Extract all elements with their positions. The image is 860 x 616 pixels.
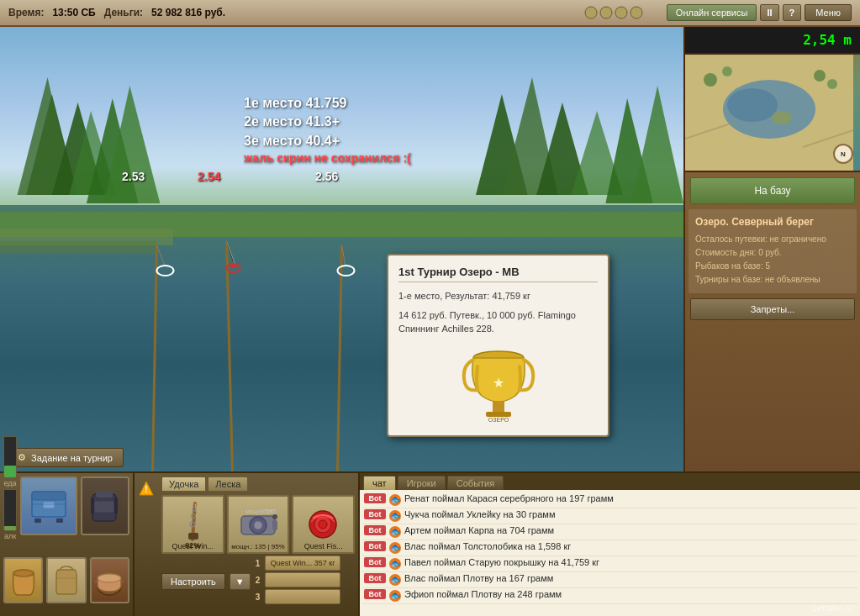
- online-services-button[interactable]: Онлайн сервисы: [667, 4, 757, 21]
- bottom-area: еда алк: [0, 471, 860, 616]
- svg-rect-51: [43, 502, 55, 508]
- slot-1-rod[interactable]: Quest Win... 357 кг: [265, 555, 340, 571]
- game-scene: 2.53 2.54 2.56 1е место 41.759 2е место …: [0, 27, 683, 471]
- bucket-item[interactable]: [3, 557, 43, 603]
- float-indicator-1: 2.53: [122, 170, 145, 183]
- reel-slot-icon: мощн.: 135 95%: [237, 503, 279, 545]
- fish-catch-icon: 🐟: [388, 573, 402, 587]
- float-value-2: 2.54: [198, 170, 220, 183]
- cooler-item[interactable]: [20, 476, 77, 535]
- svg-point-40: [704, 73, 717, 87]
- tackle-slot-line[interactable]: Quest Fis...: [292, 495, 355, 554]
- svg-text:★: ★: [493, 376, 504, 390]
- fish-catch-icon: 🐟: [388, 509, 402, 523]
- svg-text:🐟: 🐟: [390, 526, 401, 537]
- svg-rect-71: [188, 533, 198, 540]
- right-panel: 2,54 m N На базу Озеро. Северны: [683, 27, 860, 471]
- svg-point-74: [254, 521, 262, 529]
- svg-point-42: [814, 70, 826, 82]
- location-title: Озеро. Северный берег: [695, 216, 850, 228]
- top-icons: [574, 4, 658, 21]
- tab-line[interactable]: Леска: [208, 476, 248, 492]
- top-bar: Время: 13:50 СБ Деньги: 52 982 816 руб. …: [0, 0, 860, 27]
- cooler-icon: [28, 485, 70, 527]
- svg-rect-48: [32, 492, 66, 500]
- chat-message-text: Влас поймал Толстолобика на 1,598 кг: [404, 541, 856, 551]
- slot-2-empty[interactable]: [265, 572, 340, 587]
- svg-point-76: [272, 514, 277, 519]
- tab-rod[interactable]: Удочка: [161, 476, 206, 492]
- chat-message-text: Чукча поймал Уклейку на 30 грамм: [404, 509, 856, 519]
- svg-point-81: [319, 520, 327, 529]
- configure-button[interactable]: Настроить: [161, 573, 225, 590]
- pause-button[interactable]: II: [760, 4, 778, 21]
- inventory-left: еда алк: [0, 473, 135, 616]
- chat-message: Bot🐟Ренат поймал Карася серебряного на 1…: [362, 492, 857, 508]
- top-buttons: Онлайн сервисы II ? Меню: [658, 4, 860, 21]
- alc-bar-container: алк: [3, 489, 17, 540]
- bot-badge: Bot: [364, 573, 386, 583]
- money-label: Деньги:: [104, 7, 143, 18]
- warning-icon: !: [138, 480, 155, 497]
- alc-bar-label: алк: [4, 532, 16, 540]
- bait-pot-item[interactable]: [90, 557, 129, 603]
- svg-point-0: [585, 7, 597, 18]
- bait-bag-item[interactable]: [46, 557, 86, 603]
- chat-message: Bot🐟Павел поймал Старую покрышку на 41,7…: [362, 556, 857, 572]
- location-detail-1: Осталось путевки: не ограничено: [695, 233, 850, 246]
- svg-marker-16: [631, 86, 683, 203]
- location-detail-3: Рыбаков на базе: 5: [695, 260, 850, 273]
- svg-rect-75: [272, 520, 277, 530]
- chat-message-text: Ренат поймал Карася серебряного на 197 г…: [404, 493, 856, 503]
- tab-events[interactable]: События: [447, 476, 504, 490]
- chat-message-text: Влас поймал Плотву на 167 грамм: [404, 573, 856, 583]
- base-button[interactable]: На базу: [690, 177, 855, 204]
- trophy-container: ★ ОЗЕРО: [398, 341, 598, 425]
- svg-rect-54: [96, 491, 113, 498]
- time-value: 13:50 СБ: [52, 7, 95, 18]
- location-detail-2: Стоимость дня: 0 руб.: [695, 246, 850, 260]
- prohibitions-button[interactable]: Запреты...: [690, 298, 855, 320]
- svg-point-44: [772, 111, 792, 124]
- menu-button[interactable]: Меню: [805, 4, 852, 21]
- svg-text:🐟: 🐟: [390, 510, 401, 521]
- tackle-slot-rod[interactable]: 92% Quest Win...: [161, 495, 224, 554]
- tab-chat[interactable]: чат: [363, 476, 396, 490]
- svg-text:🐟: 🐟: [390, 558, 401, 569]
- tackle-slot-reel[interactable]: мощн.: 135 95% мощн.: 135 | 95%: [227, 495, 290, 554]
- bait-icons: [583, 4, 650, 21]
- score-line-2: 2е место 41.3+: [244, 113, 411, 131]
- fish-catch-icon: 🐟: [388, 525, 402, 539]
- tab-players[interactable]: Игроки: [398, 476, 446, 490]
- score-line-1: 1е место 41.759: [244, 94, 411, 113]
- slot-3-empty[interactable]: [265, 589, 340, 604]
- task-button[interactable]: Задание на турнир: [7, 448, 124, 467]
- chat-message-text: Павел поймал Старую покрышку на 41,759 к…: [404, 557, 856, 567]
- time-label: Время:: [8, 7, 44, 18]
- line-slot-icon: [304, 503, 342, 545]
- main-area: 2.53 2.54 2.56 1е место 41.759 2е место …: [0, 27, 860, 471]
- location-detail-4: Турниры на базе: не объявлены: [695, 273, 850, 287]
- fish-catch-icon: 🐟: [388, 541, 402, 555]
- chat-content: Bot🐟Ренат поймал Карася серебряного на 1…: [360, 490, 860, 616]
- svg-rect-56: [91, 498, 94, 514]
- svg-point-2: [615, 7, 627, 18]
- svg-rect-50: [56, 519, 63, 523]
- svg-point-3: [630, 7, 642, 18]
- bot-badge: Bot: [364, 557, 386, 567]
- rod-label: Quest Win...: [165, 542, 221, 550]
- backpack-item[interactable]: [81, 476, 129, 535]
- svg-text:🐟: 🐟: [390, 542, 401, 553]
- float-value-1: 2.53: [122, 170, 145, 183]
- reel-label: мощн.: 135 | 95%: [230, 543, 287, 550]
- help-button[interactable]: ?: [783, 4, 802, 21]
- svg-point-61: [98, 574, 121, 582]
- score-overlay: 1е место 41.759 2е место 41.3+ 3е место …: [244, 94, 411, 167]
- svg-rect-49: [34, 519, 41, 523]
- slot-arrow-button[interactable]: ▼: [230, 573, 251, 590]
- svg-point-41: [722, 66, 732, 76]
- slot-numbers: 1 Quest Win... 357 кг 2 3: [256, 555, 341, 604]
- configure-row: Настроить ▼: [161, 571, 251, 590]
- slot-number-2: 2: [256, 576, 261, 585]
- food-bar-label: еда: [3, 479, 16, 487]
